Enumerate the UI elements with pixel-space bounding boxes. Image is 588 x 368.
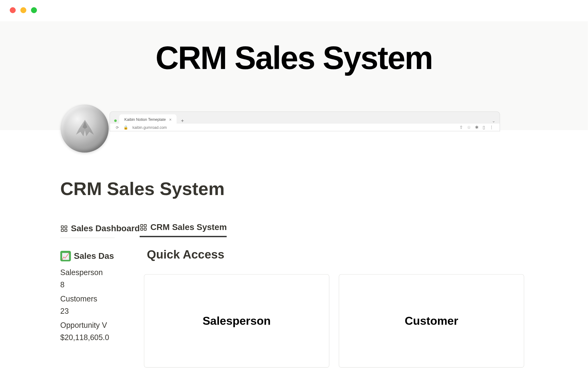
quick-access-heading: Quick Access [147,248,524,261]
extension-icon[interactable]: ✱ [475,125,478,129]
svg-rect-2 [61,229,63,231]
card-salesperson[interactable]: Salesperson [144,274,330,368]
stat-label-customers: Customers [60,294,115,303]
page-avatar-coin-icon[interactable] [61,105,109,153]
panel-icon[interactable]: ▯ [483,125,485,129]
stat-label-opportunity: Opportunity V [60,321,115,330]
svg-rect-7 [144,228,146,230]
browser-url[interactable]: kaibin.gumroad.com [132,125,167,129]
maximize-window-button[interactable] [31,7,37,13]
reload-icon[interactable]: ⟳ [116,125,119,129]
quick-access-cards: Salesperson Customer [144,274,524,368]
minimize-window-button[interactable] [21,7,26,13]
sidebar-card-title: Sales Das [74,251,114,261]
kebab-menu-icon[interactable]: ⋮ [489,125,494,129]
svg-rect-6 [141,228,143,230]
browser-status-dot-icon [114,119,117,122]
eagle-icon [70,114,100,144]
card-customer[interactable]: Customer [339,274,524,368]
card-title: Customer [405,314,458,328]
card-title: Salesperson [202,314,271,328]
grid-icon [140,223,147,231]
chevron-down-icon[interactable]: ⌄ [492,118,495,123]
svg-rect-4 [141,224,143,226]
tab-label: Sales Dashboard [71,224,140,233]
stat-value-customers: 23 [60,307,115,316]
tab-sales-dashboard[interactable]: Sales Dashboard [60,221,140,236]
svg-rect-5 [144,224,146,226]
svg-rect-0 [61,226,63,228]
browser-tab[interactable]: Kaibin Notion Temeplate × [119,114,176,125]
view-tabs: Sales Dashboard CRM Sales System [60,220,524,238]
browser-tab-title: Kaibin Notion Temeplate [124,117,166,122]
lock-icon: 🔒 [123,125,128,129]
close-tab-icon[interactable]: × [169,117,172,122]
grid-icon [60,225,68,232]
tab-label: CRM Sales System [150,222,227,232]
stat-value-salesperson: 8 [60,281,115,289]
close-window-button[interactable] [10,7,16,13]
star-icon[interactable]: ☆ [467,125,471,129]
svg-rect-1 [65,226,67,228]
embedded-browser-urlbar: ⟳ 🔒 kaibin.gumroad.com ⇧ ☆ ✱ ▯ ⋮ [110,124,500,131]
chart-emoji-icon: 📈 [60,251,71,262]
hero-title: CRM Sales System [0,39,588,76]
sidebar-stats-card: 📈 Sales Das Salesperson 8 Customers 23 O… [60,238,115,368]
page-title: CRM Sales System [60,178,524,199]
share-icon[interactable]: ⇧ [459,125,463,129]
sidebar-card-title-row[interactable]: 📈 Sales Das [60,251,115,262]
stat-label-salesperson: Salesperson [60,268,115,277]
stat-value-opportunity: $20,118,605.0 [60,333,115,342]
new-tab-icon[interactable]: + [181,118,184,124]
tab-crm-sales-system[interactable]: CRM Sales System [140,220,227,237]
svg-rect-3 [65,229,67,231]
window-controls [0,0,588,21]
